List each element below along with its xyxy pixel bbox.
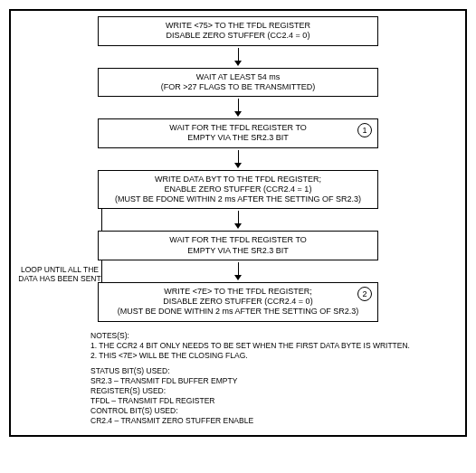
step-5: WAIT FOR THE TFDL REGISTER TO EMPTY VIA … — [98, 231, 378, 260]
note-line: 2. THIS <7E> WILL BE THE CLOSING FLAG. — [90, 351, 456, 361]
step-text: WAIT AT LEAST 54 ms — [106, 72, 370, 82]
notes-header: NOTES(S): — [90, 331, 456, 341]
register-header: REGISTER(S) USED: — [90, 386, 456, 396]
step-text: EMPTY VIA THE SR2.3 BIT — [106, 246, 370, 256]
loop-text: DATA HAS BEEN SENT — [16, 274, 103, 283]
note-line: 1. THE CCR2 4 BIT ONLY NEEDS TO BE SET W… — [90, 341, 456, 351]
step-1: WRITE <75> TO THE TFDL REGISTER DISABLE … — [98, 16, 378, 46]
arrow-down-icon — [234, 99, 242, 117]
step-text: WRITE <75> TO THE TFDL REGISTER — [106, 21, 370, 31]
step-4: WRITE DATA BYT TO THE TFDL REGISTER; ENA… — [98, 170, 378, 210]
status-header: STATUS BIT(S) USED: — [90, 366, 456, 376]
control-line: CR2.4 – TRANSMIT ZERO STUFFER ENABLE — [90, 416, 456, 426]
step-text: (MUST BE DONE WITHIN 2 ms AFTER THE SETT… — [106, 307, 370, 317]
control-header: CONTROL BIT(S) USED: — [90, 406, 456, 416]
step-text: EMPTY VIA THE SR2.3 BIT — [106, 133, 370, 143]
loop-region: LOOP UNTIL ALL THE DATA HAS BEEN SENT WR… — [20, 170, 456, 260]
note-badge-1: 1 — [357, 123, 372, 137]
step-text: DISABLE ZERO STUFFER (CC2.4 = 0) — [106, 31, 370, 41]
step-6: 2 WRITE <7E> TO THE TFDL REGISTER; DISAB… — [98, 282, 378, 322]
step-text: WRITE DATA BYT TO THE TFDL REGISTER; — [106, 175, 370, 184]
arrow-down-icon — [234, 150, 242, 168]
step-text: DISABLE ZERO STUFFER (CCR2.4 = 0) — [106, 297, 370, 307]
register-line: TFDL – TRANSMIT FDL REGISTER — [90, 396, 456, 406]
step-text: (MUST BE FDONE WITHIN 2 ms AFTER THE SET… — [106, 194, 370, 204]
arrow-down-icon — [234, 211, 242, 229]
loop-text: LOOP UNTIL ALL THE — [16, 265, 103, 274]
note-badge-2: 2 — [357, 287, 372, 301]
step-3: 1 WAIT FOR THE TFDL REGISTER TO EMPTY VI… — [98, 118, 378, 148]
status-line: SR2.3 – TRANSMIT FDL BUFFER EMPTY — [90, 376, 456, 386]
arrow-down-icon — [234, 262, 242, 280]
step-text: WAIT FOR THE TFDL REGISTER TO — [106, 235, 370, 245]
arrow-down-icon — [234, 48, 242, 66]
step-2: WAIT AT LEAST 54 ms (FOR >27 FLAGS TO BE… — [98, 68, 378, 98]
step-text: WAIT FOR THE TFDL REGISTER TO — [106, 123, 370, 133]
loop-label: LOOP UNTIL ALL THE DATA HAS BEEN SENT — [16, 265, 103, 283]
diagram-frame: WRITE <75> TO THE TFDL REGISTER DISABLE … — [9, 9, 467, 437]
step-text: (FOR >27 FLAGS TO BE TRANSMITTED) — [106, 82, 370, 92]
notes-section: NOTES(S): 1. THE CCR2 4 BIT ONLY NEEDS T… — [20, 331, 456, 426]
flow-column: WRITE <75> TO THE TFDL REGISTER DISABLE … — [20, 16, 456, 322]
step-text: ENABLE ZERO STUFFER (CCR2.4 = 1) — [106, 184, 370, 194]
step-text: WRITE <7E> TO THE TFDL REGISTER; — [106, 287, 370, 297]
